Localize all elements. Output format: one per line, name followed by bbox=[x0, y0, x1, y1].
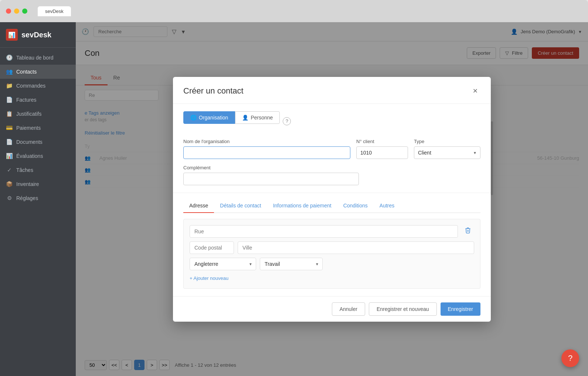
logo-text: sevDesk bbox=[21, 31, 51, 39]
street-input[interactable] bbox=[190, 225, 458, 238]
client-num-input[interactable] bbox=[356, 146, 408, 159]
org-name-field: Nom de l'organisation bbox=[183, 139, 350, 159]
complement-field: Complément bbox=[183, 165, 480, 185]
sidebar-item-label: Inventaire bbox=[16, 181, 39, 187]
inner-tabs: Adresse Détails de contact Informations … bbox=[183, 199, 480, 213]
tab-organisation-label: Organisation bbox=[199, 115, 228, 121]
create-contact-modal: Créer un contact × 🌐 Organisation bbox=[173, 77, 491, 322]
save-button[interactable]: Enregistrer bbox=[441, 302, 480, 316]
box-icon: 📦 bbox=[6, 181, 13, 187]
modal-overlay: Créer un contact × 🌐 Organisation bbox=[76, 22, 588, 376]
invoice-icon: 📄 bbox=[6, 96, 13, 103]
contact-type-tabs: 🌐 Organisation 👤 Personne bbox=[183, 111, 280, 124]
traffic-light-yellow[interactable] bbox=[14, 9, 19, 14]
sidebar-item-label: Factures bbox=[16, 97, 36, 103]
postal-input[interactable] bbox=[190, 241, 234, 254]
tab-personne[interactable]: 👤 Personne bbox=[235, 111, 280, 124]
add-new-address-link[interactable]: + Ajouter nouveau bbox=[190, 274, 228, 282]
sidebar-item-label: Réglages bbox=[16, 195, 38, 201]
sidebar-item-documents[interactable]: 📄 Documents bbox=[0, 135, 76, 149]
country-select-wrapper: Angleterre France Allemagne Espagne bbox=[190, 258, 256, 270]
address-section: Angleterre France Allemagne Espagne Trav… bbox=[183, 219, 480, 289]
save-new-button[interactable]: Enregistrer et nouveau bbox=[369, 302, 437, 316]
sidebar-item-evaluations[interactable]: 📊 Évaluations bbox=[0, 149, 76, 163]
address-type-select[interactable]: Travail Personnel Autre bbox=[260, 258, 323, 270]
document-icon: 📄 bbox=[6, 139, 13, 145]
sidebar-item-justificatifs[interactable]: 📋 Justificatifs bbox=[0, 107, 76, 121]
check-icon: ✓ bbox=[6, 167, 13, 173]
sidebar-item-reglages[interactable]: ⚙ Réglages bbox=[0, 191, 76, 205]
sidebar-item-label: Tâches bbox=[16, 167, 33, 173]
chart-icon: 📊 bbox=[6, 153, 13, 159]
sidebar-item-label: Contacts bbox=[16, 69, 37, 75]
logo-icon: 📊 bbox=[6, 29, 18, 41]
main-content: 🕐 ▽ ▼ 👤 Jens Demo (DemoGrafik) ▼ Con Exp… bbox=[76, 22, 588, 376]
complement-label: Complément bbox=[183, 165, 480, 170]
clock-icon: 🕐 bbox=[6, 54, 13, 61]
org-name-label: Nom de l'organisation bbox=[183, 139, 350, 144]
city-input[interactable] bbox=[238, 241, 474, 254]
sidebar-item-commandes[interactable]: 📁 Commandes bbox=[0, 79, 76, 93]
tab-organisation[interactable]: 🌐 Organisation bbox=[183, 111, 235, 124]
sidebar-item-tableau-de-bord[interactable]: 🕐 Tableau de bord bbox=[0, 51, 76, 65]
globe-icon: 🌐 bbox=[190, 115, 197, 121]
sidebar-item-label: Paiements bbox=[16, 125, 41, 131]
inner-tab-details[interactable]: Détails de contact bbox=[214, 199, 267, 213]
type-label: Type bbox=[414, 139, 480, 144]
sidebar-nav: 🕐 Tableau de bord 👥 Contacts 📁 Commandes… bbox=[0, 48, 76, 376]
inner-tab-conditions[interactable]: Conditions bbox=[337, 199, 374, 213]
client-num-label: N° client bbox=[356, 139, 408, 144]
modal-close-button[interactable]: × bbox=[470, 86, 480, 96]
tab-personne-label: Personne bbox=[251, 115, 273, 121]
modal-header: Créer un contact × bbox=[173, 77, 491, 104]
payment-icon: 💳 bbox=[6, 125, 13, 131]
contacts-icon: 👥 bbox=[6, 68, 13, 75]
inner-tab-adresse[interactable]: Adresse bbox=[183, 199, 214, 213]
sidebar-item-contacts[interactable]: 👥 Contacts bbox=[0, 65, 76, 79]
delete-address-button[interactable] bbox=[462, 226, 474, 237]
address-type-select-wrapper: Travail Personnel Autre bbox=[260, 258, 323, 270]
modal-body: 🌐 Organisation 👤 Personne ? bbox=[173, 104, 491, 296]
browser-tab[interactable]: sevDesk bbox=[38, 6, 71, 16]
browser-chrome: sevDesk bbox=[0, 0, 588, 22]
modal-scrollbar[interactable] bbox=[491, 121, 493, 195]
type-select-wrapper: Client Fournisseur Prospect bbox=[414, 146, 480, 159]
sidebar-item-label: Justificatifs bbox=[16, 111, 41, 117]
traffic-light-green[interactable] bbox=[22, 9, 27, 14]
help-fab-button[interactable]: ? bbox=[561, 349, 579, 367]
help-icon[interactable]: ? bbox=[283, 117, 291, 125]
sidebar-item-paiements[interactable]: 💳 Paiements bbox=[0, 121, 76, 135]
country-type-row: Angleterre France Allemagne Espagne Trav… bbox=[190, 258, 474, 270]
sidebar-item-label: Commandes bbox=[16, 83, 45, 89]
street-row bbox=[190, 225, 474, 238]
org-name-input[interactable] bbox=[183, 146, 350, 159]
traffic-light-red[interactable] bbox=[6, 9, 11, 14]
modal-footer: Annuler Enregistrer et nouveau Enregistr… bbox=[173, 296, 491, 322]
inner-tab-autres[interactable]: Autres bbox=[374, 199, 400, 213]
modal-title: Créer un contact bbox=[183, 86, 244, 96]
gear-icon: ⚙ bbox=[6, 195, 13, 201]
receipt-icon: 📋 bbox=[6, 111, 13, 117]
sidebar-logo: 📊 sevDesk bbox=[0, 22, 76, 48]
client-num-field: N° client bbox=[356, 139, 408, 159]
postal-city-row bbox=[190, 241, 474, 254]
type-field: Type Client Fournisseur Prospect bbox=[414, 139, 480, 159]
sidebar-item-factures[interactable]: 📄 Factures bbox=[0, 93, 76, 107]
sidebar-item-taches[interactable]: ✓ Tâches bbox=[0, 163, 76, 177]
complement-input[interactable] bbox=[183, 173, 359, 185]
sidebar-item-inventaire[interactable]: 📦 Inventaire bbox=[0, 177, 76, 191]
sidebar-item-label: Tableau de bord bbox=[16, 55, 53, 61]
type-select[interactable]: Client Fournisseur Prospect bbox=[414, 146, 480, 159]
sidebar: 📊 sevDesk 🕐 Tableau de bord 👥 Contacts 📁… bbox=[0, 22, 76, 376]
folder-icon: 📁 bbox=[6, 82, 13, 89]
person-icon: 👤 bbox=[242, 115, 248, 121]
inner-tab-paiement[interactable]: Informations de paiement bbox=[267, 199, 337, 213]
country-select[interactable]: Angleterre France Allemagne Espagne bbox=[190, 258, 256, 270]
sidebar-item-label: Évaluations bbox=[16, 153, 43, 159]
sidebar-item-label: Documents bbox=[16, 139, 43, 145]
cancel-button[interactable]: Annuler bbox=[332, 302, 365, 316]
